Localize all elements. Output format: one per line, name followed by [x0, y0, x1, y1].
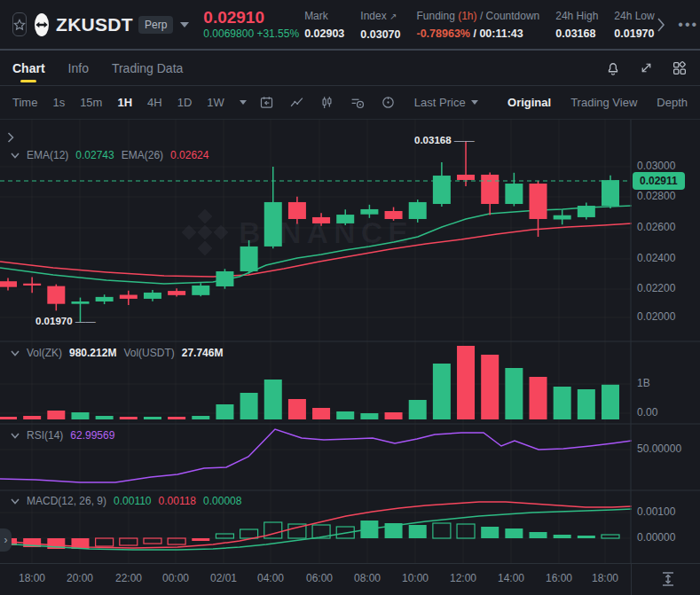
stat-value: 0.02903 [304, 27, 344, 40]
stat-label: 24h High [555, 9, 598, 23]
futures-trading-app: ZKUSDT Perp 0.02910 0.0069800 +31.55% Ma… [0, 0, 700, 595]
stat-mark: Mark 0.02903 [304, 9, 344, 40]
fit-vertical-icon [661, 571, 675, 587]
chart-tabbar: Chart Info Trading Data [0, 51, 700, 86]
chevron-right-icon [657, 17, 665, 33]
symbol-selector[interactable]: ZKUSDT Perp [56, 14, 189, 35]
interval-1h[interactable]: 1H [117, 96, 132, 109]
header-stats: Mark 0.02903 Index ↗ 0.03070 Funding (1h… [304, 9, 657, 41]
macd-axis-label: 0.00100 [637, 505, 675, 519]
calendar-interval-icon [259, 95, 274, 110]
interval-dropdown-caret[interactable] [240, 100, 247, 105]
favorite-star-button[interactable] [12, 12, 27, 36]
collapse-indicator-button[interactable] [11, 350, 20, 356]
interval-15m[interactable]: 15m [80, 96, 102, 109]
ema26-value: 0.02624 [170, 149, 208, 161]
chart-view-switch: Original Trading View Depth [507, 96, 688, 109]
vol-zk-value: 980.212M [69, 347, 116, 359]
interval-1w[interactable]: 1W [207, 96, 224, 109]
volume-indicator-row: Vol(ZK) 980.212M Vol(USDT) 27.746M [11, 347, 223, 359]
volume-axis-label: 1B [637, 377, 650, 390]
stat-value: 0.03168 [555, 27, 598, 40]
stat-label: Funding (1h) / Countdown [417, 9, 540, 23]
time-axis-label: 20:00 [60, 572, 99, 584]
tab-trading-data[interactable]: Trading Data [112, 51, 183, 85]
expand-stats-button[interactable] [657, 17, 665, 33]
fullscreen-icon[interactable] [639, 60, 654, 75]
chart-area: BINANCE EMA(12) 0.02743 EMA(26) 0.02624 … [0, 120, 700, 563]
more-options-button[interactable]: ••• [678, 17, 698, 33]
indicators-button[interactable] [350, 95, 366, 111]
interval-1d[interactable]: 1D [177, 96, 193, 109]
star-icon [13, 19, 26, 31]
price-source-dropdown[interactable]: Last Price [414, 96, 478, 109]
interval-time[interactable]: Time [12, 96, 37, 109]
volume-axis-label: 0.00 [637, 406, 657, 419]
vol-usdt-value: 27.746M [182, 347, 224, 359]
time-axis-label: 08:00 [348, 572, 387, 584]
chart-settings-button[interactable] [381, 95, 396, 110]
time-axis[interactable]: 18:0020:0022:0000:0002/0104:0006:0008:00… [0, 563, 700, 595]
price-axis-label: 0.02000 [637, 310, 675, 324]
time-axis-label: 04:00 [251, 572, 290, 584]
view-tradingview[interactable]: Trading View [570, 96, 637, 109]
view-original[interactable]: Original [507, 96, 551, 109]
token-logo-icon [35, 13, 49, 36]
ema12-label: EMA(12) [27, 149, 68, 161]
chevron-down-icon [11, 498, 20, 505]
stat-value: -0.78963% / 00:11:43 [417, 27, 540, 40]
stat-value: 0.01970 [614, 27, 657, 40]
ema12-value: 0.02743 [75, 149, 114, 161]
chevron-down-icon [471, 100, 478, 105]
indicators-icon [350, 95, 366, 111]
price-axis-label: 0.03000 [637, 160, 675, 173]
candles-layer [0, 141, 619, 322]
macd-pane-handle[interactable]: › [0, 528, 12, 552]
change-pct: +31.55% [256, 27, 299, 40]
symbol-header: ZKUSDT Perp 0.02910 0.0069800 +31.55% Ma… [0, 0, 700, 51]
chart-style-button[interactable] [289, 95, 304, 110]
view-depth[interactable]: Depth [657, 96, 688, 109]
time-axis-label: 18:00 [12, 572, 51, 584]
time-axis-label: 12:00 [444, 572, 483, 584]
stat-label: Index ↗ [360, 9, 400, 24]
pane-expander-button[interactable] [7, 130, 14, 146]
auto-fit-scale-button[interactable] [661, 571, 675, 591]
tab-chart[interactable]: Chart [12, 51, 45, 85]
chevron-down-icon [11, 350, 20, 356]
collapse-indicator-button[interactable] [11, 153, 20, 159]
line-chart-icon [289, 95, 304, 110]
macd-hist-value: 0.00008 [203, 495, 241, 507]
last-price-axis-pill: 0.02911 [633, 172, 685, 190]
macd-indicator-row: MACD(12, 26, 9) 0.00110 0.00118 0.00008 [11, 495, 241, 507]
stat-24h-low: 24h Low 0.01970 [614, 9, 657, 40]
change-abs: 0.0069800 [203, 27, 254, 40]
high-price-label: 0.03168 —— [414, 135, 475, 145]
collapse-indicator-button[interactable] [11, 498, 20, 505]
bell-icon[interactable] [605, 60, 621, 76]
stat-label: 24h Low [614, 9, 657, 23]
stat-index[interactable]: Index ↗ 0.03070 [360, 9, 400, 41]
time-axis-label: 00:00 [156, 572, 195, 584]
chevron-down-icon [11, 153, 20, 159]
price-source-label: Last Price [414, 96, 466, 109]
time-axis-label: 16:00 [539, 572, 578, 584]
last-price: 0.02910 [203, 8, 299, 27]
ema-indicator-row: EMA(12) 0.02743 EMA(26) 0.02624 [11, 149, 208, 161]
interval-1s[interactable]: 1s [52, 96, 65, 109]
stat-24h-high: 24h High 0.03168 [555, 9, 598, 40]
candle-style-button[interactable] [319, 95, 334, 110]
time-axis-label: 06:00 [300, 572, 339, 584]
ema26-label: EMA(26) [122, 149, 163, 161]
macd-label: MACD(12, 26, 9) [27, 495, 106, 507]
collapse-indicator-button[interactable] [11, 433, 20, 439]
interval-settings-button[interactable] [259, 95, 274, 110]
macd-dif-value: 0.00110 [114, 495, 152, 507]
interval-4h[interactable]: 4H [147, 96, 162, 109]
price-axis-label: 0.02400 [637, 252, 675, 265]
stat-funding: Funding (1h) / Countdown -0.78963% / 00:… [417, 9, 540, 40]
layout-grid-icon[interactable] [672, 60, 688, 76]
external-link-icon: ↗ [389, 12, 397, 21]
target-icon [381, 95, 396, 110]
tab-info[interactable]: Info [68, 51, 89, 85]
